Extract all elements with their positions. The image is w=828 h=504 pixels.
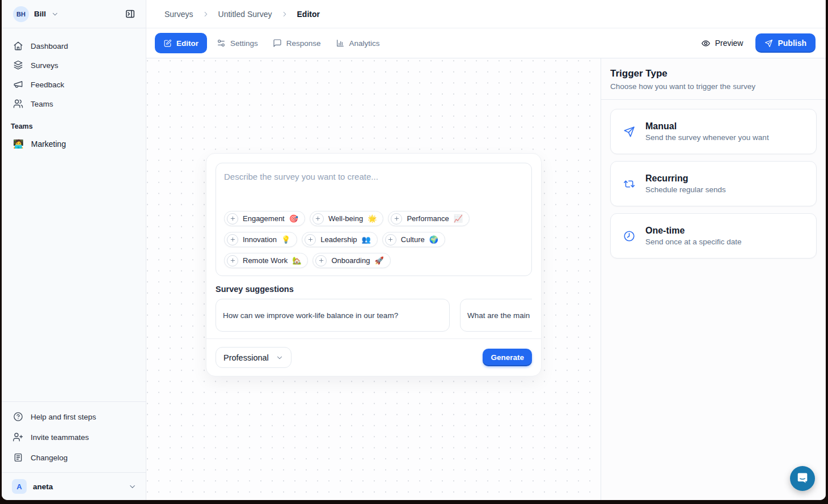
option-description: Send once at a specific date — [645, 238, 742, 246]
chip-label: Well-being — [328, 214, 363, 223]
sidebar-item-surveys[interactable]: Surveys — [2, 56, 146, 75]
tab-settings[interactable]: Settings — [212, 33, 263, 53]
trigger-option-one-time[interactable]: One-time Send once at a specific date — [610, 213, 817, 259]
chip-label: Innovation — [243, 235, 277, 244]
breadcrumb-untitled-survey[interactable]: Untitled Survey — [218, 10, 272, 19]
changelog-icon — [13, 452, 23, 463]
preview-label: Preview — [715, 39, 743, 48]
globe-emoji-icon: 🌍 — [429, 235, 438, 244]
tone-select[interactable]: Professional — [216, 347, 292, 368]
editor-canvas[interactable]: Engagement 🎯 Well-being 🌟 Performance — [146, 58, 601, 500]
trigger-option-recurring[interactable]: Recurring Schedule regular sends — [610, 161, 817, 206]
chip-label: Performance — [407, 214, 449, 223]
sidebar-item-feedback[interactable]: Feedback — [2, 75, 146, 94]
eye-icon — [701, 39, 711, 48]
topic-chip-leadership[interactable]: Leadership 👥 — [302, 232, 378, 247]
sidebar-item-help[interactable]: Help and first steps — [2, 406, 146, 427]
plus-circle-icon — [227, 234, 238, 245]
breadcrumb-editor: Editor — [297, 10, 320, 19]
sidebar-item-label: Teams — [31, 100, 53, 108]
suggestion-text: How can we improve work-life balance in … — [223, 311, 398, 320]
workspace-avatar: BH — [13, 6, 29, 22]
sidebar-item-label: Changelog — [31, 454, 67, 462]
tab-analytics[interactable]: Analytics — [331, 33, 385, 53]
suggestions-row: How can we improve work-life balance in … — [216, 299, 532, 332]
sidebar-item-teams[interactable]: Teams — [2, 94, 146, 113]
sidebar-item-label: Surveys — [31, 61, 58, 70]
sidebar-item-label: Feedback — [31, 81, 64, 89]
suggestions-title: Survey suggestions — [216, 285, 532, 294]
edit-icon — [163, 39, 172, 48]
option-title: Manual — [645, 121, 769, 132]
panel-subtitle: Choose how you want to trigger the surve… — [610, 82, 817, 91]
chevron-down-icon — [128, 482, 137, 491]
chip-label: Culture — [401, 235, 425, 244]
dart-emoji-icon: 🎯 — [289, 214, 298, 223]
trigger-type-panel: Trigger Type Choose how you want to trig… — [601, 58, 826, 500]
account-menu[interactable]: A aneta — [2, 473, 146, 500]
bulb-emoji-icon: 💡 — [281, 235, 290, 244]
sidebar-item-invite[interactable]: Invite teammates — [2, 427, 146, 447]
tab-response[interactable]: Response — [268, 33, 326, 53]
tab-editor[interactable]: Editor — [155, 33, 207, 53]
main-area: Surveys Untitled Survey Editor Editor — [146, 0, 826, 500]
sidebar-item-changelog[interactable]: Changelog — [2, 447, 146, 468]
toolbar-tabs: Editor Settings Response — [155, 33, 385, 53]
publish-label: Publish — [778, 39, 806, 48]
chip-label: Leadership — [320, 235, 357, 244]
generate-button[interactable]: Generate — [483, 349, 532, 366]
publish-button[interactable]: Publish — [755, 33, 816, 53]
trigger-option-manual[interactable]: Manual Send the survey whenever you want — [610, 109, 817, 154]
option-description: Schedule regular sends — [645, 185, 726, 194]
survey-prompt-card: Engagement 🎯 Well-being 🌟 Performance — [216, 163, 532, 276]
plus-circle-icon — [305, 234, 316, 245]
preview-button[interactable]: Preview — [701, 39, 743, 48]
topic-chip-innovation[interactable]: Innovation 💡 — [224, 232, 297, 247]
plus-circle-icon — [312, 213, 324, 225]
panel-collapse-icon — [125, 9, 136, 19]
trigger-options: Manual Send the survey whenever you want… — [601, 100, 826, 268]
generate-label: Generate — [491, 353, 524, 362]
breadcrumb: Surveys Untitled Survey Editor — [146, 0, 826, 28]
teams-section-label: Teams — [2, 122, 146, 130]
users-icon — [13, 99, 23, 109]
sidebar-item-label: Dashboard — [31, 42, 68, 50]
clock-icon — [623, 230, 635, 242]
topic-chip-onboarding[interactable]: Onboarding 🚀 — [312, 253, 390, 268]
tab-label: Analytics — [349, 39, 380, 48]
tone-value: Professional — [223, 353, 269, 362]
tab-label: Response — [286, 39, 321, 48]
team-name: Marketing — [31, 139, 66, 149]
star-emoji-icon: 🌟 — [367, 214, 377, 223]
chevron-down-icon — [276, 354, 284, 362]
trigger-panel-header: Trigger Type Choose how you want to trig… — [601, 58, 826, 100]
repeat-icon — [623, 178, 635, 190]
topic-chip-performance[interactable]: Performance 📈 — [388, 211, 470, 226]
suggestion-card[interactable]: What are the main ob — [460, 299, 532, 332]
suggestion-text: What are the main ob — [467, 311, 532, 320]
sidebar-item-label: Invite teammates — [31, 433, 89, 442]
megaphone-icon — [13, 79, 23, 90]
topic-chip-culture[interactable]: Culture 🌍 — [382, 232, 445, 247]
chip-label: Onboarding — [331, 256, 370, 265]
collapse-sidebar-button[interactable] — [122, 6, 138, 22]
ai-survey-composer: Engagement 🎯 Well-being 🌟 Performance — [206, 153, 542, 376]
chevron-right-icon — [281, 10, 289, 18]
sidebar-team-marketing[interactable]: 🧑‍💻 Marketing — [2, 134, 146, 154]
bar-chart-icon — [336, 39, 345, 48]
option-description: Send the survey whenever you want — [645, 133, 769, 142]
survey-description-input[interactable] — [216, 163, 531, 211]
topic-chip-remote-work[interactable]: Remote Work 🏡 — [224, 253, 308, 268]
busts-emoji-icon: 👥 — [362, 235, 371, 244]
send-icon — [623, 126, 635, 138]
breadcrumb-surveys[interactable]: Surveys — [164, 10, 193, 19]
option-title: One-time — [645, 226, 742, 236]
topic-chip-engagement[interactable]: Engagement 🎯 — [224, 211, 305, 226]
sidebar-item-dashboard[interactable]: Dashboard — [2, 36, 146, 56]
topic-chips: Engagement 🎯 Well-being 🌟 Performance — [216, 211, 531, 276]
topic-chip-well-being[interactable]: Well-being 🌟 — [310, 211, 383, 226]
suggestion-card[interactable]: How can we improve work-life balance in … — [216, 299, 450, 332]
chat-launcher-button[interactable] — [790, 466, 815, 491]
message-square-icon — [273, 39, 282, 48]
workspace-switcher[interactable]: BH Bill — [2, 0, 146, 28]
